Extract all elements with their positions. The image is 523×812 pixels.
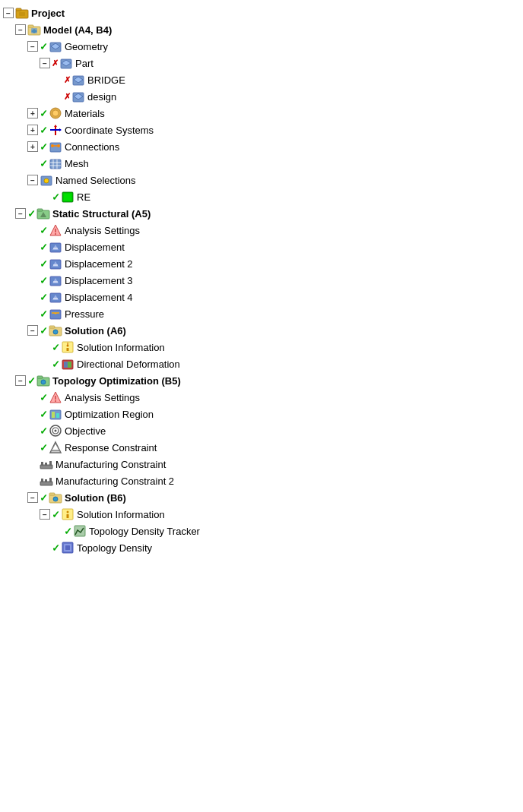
tree-row-disp1[interactable]: ✓ Displacement xyxy=(3,239,520,255)
tree-row-topoDensity[interactable]: ✓ Topology Density xyxy=(3,539,520,556)
svg-rect-60 xyxy=(67,348,69,351)
label-project: Project xyxy=(31,8,65,19)
svg-point-70 xyxy=(55,400,56,402)
svg-rect-89 xyxy=(49,493,55,495)
label-solutionB6: Solution (B6) xyxy=(65,492,126,504)
tree-row-project[interactable]: − Project xyxy=(3,5,520,21)
svg-point-76 xyxy=(55,430,57,432)
svg-text:!: ! xyxy=(67,341,69,348)
tree-row-coord[interactable]: + ✓ Coordinate Systems xyxy=(3,122,520,138)
svg-rect-25 xyxy=(50,160,61,169)
label-analysis2: Analysis Settings xyxy=(65,392,140,403)
tree-row-manuf2[interactable]: Manufacturing Constraint 2 xyxy=(3,472,520,489)
label-geometry: Geometry xyxy=(65,41,108,52)
tree-row-topo[interactable]: − ✓ Topology Optimization (B5) xyxy=(3,372,520,389)
expander-project[interactable]: − xyxy=(3,8,14,18)
tree-row-solInfoB[interactable]: − ✓ Solution Information xyxy=(3,506,520,523)
icon-solInfoB xyxy=(61,507,74,521)
svg-rect-81 xyxy=(41,462,43,466)
expander-solutionA6[interactable]: − xyxy=(27,325,38,336)
label-solInfoB: Solution Information xyxy=(77,509,165,520)
expander-named[interactable]: − xyxy=(27,175,38,185)
tree-row-mesh[interactable]: ✓ Mesh xyxy=(3,155,520,172)
svg-rect-1 xyxy=(16,8,21,11)
tree-row-manuf1[interactable]: Manufacturing Constraint xyxy=(3,456,520,472)
expander-materials[interactable]: + xyxy=(27,108,38,118)
svg-rect-83 xyxy=(49,461,52,466)
tree-row-topoTracker[interactable]: ✓ Topology Density Tracker xyxy=(3,523,520,539)
tree-row-model[interactable]: − Model (A4, B4) xyxy=(3,21,520,38)
tree-row-optim[interactable]: ✓ Optimization Region xyxy=(3,406,520,422)
label-materials: Materials xyxy=(65,108,105,119)
tree-row-deformation[interactable]: ✓ Directional Deformation xyxy=(3,355,520,372)
label-model: Model (A4, B4) xyxy=(43,24,112,36)
svg-point-92 xyxy=(67,511,69,513)
label-analysis1: Analysis Settings xyxy=(65,225,140,236)
tree-row-objective[interactable]: ✓ Objective xyxy=(3,422,520,439)
label-bridge: BRIDGE xyxy=(87,74,125,86)
expander-topo[interactable]: − xyxy=(15,375,26,386)
tree-row-disp4[interactable]: ✓ Displacement 4 xyxy=(3,289,520,305)
check-disp2: ✓ xyxy=(40,258,48,270)
tree-row-disp3[interactable]: ✓ Displacement 3 xyxy=(3,272,520,289)
check-disp1: ✓ xyxy=(40,242,48,253)
tree-row-disp2[interactable]: ✓ Displacement 2 xyxy=(3,255,520,272)
icon-disp4 xyxy=(49,290,62,304)
icon-analysis2 xyxy=(49,390,62,404)
tree-row-response[interactable]: ✓ Response Constraint xyxy=(3,439,520,456)
check-solutionB6: ✓ xyxy=(40,492,48,504)
check-solInfoA: ✓ xyxy=(52,342,60,353)
label-disp1: Displacement xyxy=(65,242,125,253)
expander-connections[interactable]: + xyxy=(27,141,38,152)
tree-row-analysis1[interactable]: ✓ Analysis Settings xyxy=(3,222,520,239)
expander-solutionB6[interactable]: − xyxy=(27,492,38,503)
tree-row-geometry[interactable]: − ✓ Geometry xyxy=(3,38,520,55)
expander-geometry[interactable]: − xyxy=(27,41,38,52)
check-deformation: ✓ xyxy=(52,359,60,370)
icon-analysis1 xyxy=(49,223,62,237)
icon-topoDensity xyxy=(61,541,74,554)
icon-bridge xyxy=(71,73,85,87)
label-optim: Optimization Region xyxy=(65,409,154,420)
label-objective: Objective xyxy=(65,425,106,437)
icon-solInfoA: ! xyxy=(61,340,74,354)
tree-row-re[interactable]: ✓ RE xyxy=(3,188,520,205)
expander-solInfoB[interactable]: − xyxy=(40,509,50,520)
tree-row-part[interactable]: − ✗ Part xyxy=(3,55,520,71)
label-response: Response Constraint xyxy=(65,442,157,453)
check-pressure: ✓ xyxy=(40,308,48,320)
x-design: ✗ xyxy=(64,92,71,102)
label-design: design xyxy=(87,91,116,103)
icon-topo xyxy=(36,374,50,387)
label-disp2: Displacement 2 xyxy=(65,258,133,270)
tree-row-bridge[interactable]: ✗ BRIDGE xyxy=(3,71,520,88)
tree-row-analysis2[interactable]: ✓ Analysis Settings xyxy=(3,389,520,406)
icon-disp3 xyxy=(49,273,62,287)
expander-static[interactable]: − xyxy=(15,208,26,219)
icon-geometry xyxy=(49,39,62,53)
icon-materials xyxy=(49,106,62,120)
svg-point-22 xyxy=(51,144,54,147)
svg-rect-4 xyxy=(28,25,33,27)
check-re: ✓ xyxy=(52,191,60,203)
svg-point-31 xyxy=(44,179,49,183)
tree-row-connections[interactable]: + ✓ Connections xyxy=(3,138,520,155)
svg-rect-63 xyxy=(64,362,68,368)
tree-row-named[interactable]: − Named Selections xyxy=(3,172,520,188)
tree-row-pressure[interactable]: ✓ Pressure xyxy=(3,305,520,322)
tree-row-materials[interactable]: + ✓ Materials xyxy=(3,105,520,122)
x-bridge: ✗ xyxy=(64,75,71,85)
tree-row-solutionB6[interactable]: − ✓ Solution (B6) xyxy=(3,489,520,506)
svg-point-23 xyxy=(57,144,60,147)
tree-row-solInfoA[interactable]: ✓ ! Solution Information xyxy=(3,339,520,355)
check-optim: ✓ xyxy=(40,409,48,420)
svg-rect-35 xyxy=(37,209,43,211)
tree-row-static[interactable]: − ✓ Static Structural (A5) xyxy=(3,205,520,222)
icon-disp1 xyxy=(49,240,62,254)
tree-row-design[interactable]: ✗ design xyxy=(3,88,520,105)
icon-named xyxy=(40,173,53,187)
expander-part[interactable]: − xyxy=(40,58,50,68)
tree-row-solutionA6[interactable]: − ✓ Solution (A6) xyxy=(3,322,520,339)
expander-model[interactable]: − xyxy=(15,24,26,35)
expander-coord[interactable]: + xyxy=(27,125,38,135)
